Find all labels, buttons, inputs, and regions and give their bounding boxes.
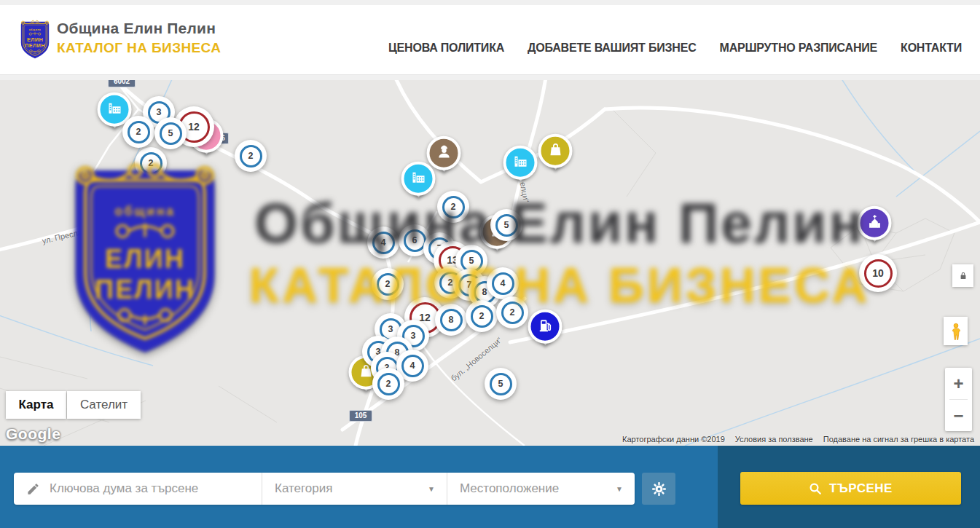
cluster-count: 3 [388, 324, 393, 334]
map-canvas[interactable]: 60021056 ул. Преславбул. „Новоселци“елци… [0, 80, 980, 446]
search-fields-group: Категория ▼ Местоположение ▼ [14, 473, 635, 505]
category-select-value: Категория [275, 481, 332, 496]
search-icon [809, 482, 822, 495]
keyword-section [14, 473, 262, 505]
cluster-count: 4 [410, 360, 415, 371]
advanced-search-button[interactable] [642, 473, 675, 505]
page: община ЕЛИН ПЕЛИН Община Елин Пелин КАТА… [0, 0, 980, 528]
svg-text:ПЕЛИН: ПЕЛИН [25, 42, 45, 49]
main-nav: ЦЕНОВА ПОЛИТИКА ДОБАВЕТЕ ВАШИЯТ БИЗНЕС М… [388, 42, 962, 55]
fuel-map-pin[interactable] [528, 310, 562, 344]
watermark-subtitle: КАТАЛОГ НА БИЗНЕСА [248, 256, 871, 313]
location-select-value: Местоположение [460, 481, 559, 496]
map-data-copyright: Картографски данни ©2019 [622, 435, 725, 444]
keyword-search-input[interactable] [50, 481, 262, 496]
cluster-count: 10 [872, 267, 884, 279]
location-select[interactable]: Местоположение ▼ [447, 473, 635, 505]
cluster-count: 2 [136, 127, 141, 137]
street-view-pegman[interactable] [944, 317, 968, 345]
cluster-marker[interactable]: 5 [154, 117, 187, 149]
cluster-count: 12 [188, 121, 200, 133]
lock-button[interactable] [952, 264, 973, 287]
cluster-marker[interactable]: 2 [122, 116, 154, 148]
pegman-icon [948, 321, 964, 342]
factory-icon [409, 168, 427, 189]
pencil-icon [26, 482, 40, 496]
nav-item-schedule[interactable]: МАРШРУТНО РАЗПИСАНИЕ [720, 42, 878, 55]
header: община ЕЛИН ПЕЛИН Община Елин Пелин КАТА… [0, 5, 980, 75]
svg-text:ЕЛИН: ЕЛИН [27, 36, 43, 43]
cluster-count: 3 [411, 331, 416, 341]
zoom-in-button[interactable]: + [945, 368, 972, 399]
report-error-link[interactable]: Подаване на сигнал за грешка в картата [823, 435, 974, 444]
nav-item-add-business[interactable]: ДОБАВЕТЕ ВАШИЯТ БИЗНЕС [528, 42, 696, 55]
search-submit-label: ТЪРСЕНЕ [829, 481, 893, 496]
svg-text:община: община [114, 204, 175, 218]
map-type-control: Карта Сателит [6, 391, 141, 419]
nav-item-contacts[interactable]: КОНТАКТИ [901, 42, 962, 55]
search-bar: Категория ▼ Местоположение ▼ [0, 446, 980, 528]
cluster-count: 2 [386, 379, 391, 389]
bag-icon [546, 141, 564, 161]
satellite-view-button[interactable]: Сателит [67, 391, 141, 419]
brand: Община Елин Пелин КАТАЛОГ НА БИЗНЕСА [57, 20, 221, 56]
factory-icon [106, 99, 123, 119]
map-attribution: Картографски данни ©2019 Условия за полз… [622, 435, 974, 444]
watermark-crest: община ЕЛИН ПЕЛИН [62, 159, 228, 364]
municipality-crest-logo: община ЕЛИН ПЕЛИН [18, 15, 52, 66]
cluster-count: 3 [157, 107, 162, 117]
cluster-count: 2 [248, 151, 254, 161]
road-number-badge: 105 [349, 410, 372, 422]
gear-icon [651, 481, 667, 497]
road-number-badge: 6002 [108, 80, 136, 87]
top-strip [0, 0, 980, 5]
cluster-marker[interactable]: 5 [485, 368, 517, 400]
factory-icon [511, 152, 529, 173]
site-title: Община Елин Пелин [57, 20, 221, 37]
chevron-down-icon: ▼ [428, 485, 435, 493]
cluster-count: 5 [498, 379, 503, 389]
site-subtitle: КАТАЛОГ НА БИЗНЕСА [57, 40, 221, 56]
nav-item-pricing[interactable]: ЦЕНОВА ПОЛИТИКА [388, 42, 504, 55]
chevron-down-icon: ▼ [616, 485, 623, 493]
search-submit-button[interactable]: ТЪРСЕНЕ [740, 472, 961, 505]
svg-text:ПЕЛИН: ПЕЛИН [95, 275, 195, 304]
svg-text:ЕЛИН: ЕЛИН [105, 244, 185, 274]
cluster-marker[interactable]: 2 [235, 140, 267, 172]
svg-text:община: община [29, 28, 42, 31]
fuel-icon [536, 316, 554, 336]
cluster-marker[interactable]: 2 [372, 368, 404, 400]
cluster-count: 5 [168, 128, 173, 138]
lock-icon [958, 271, 968, 281]
worker-icon [435, 143, 452, 163]
google-logo: Google [6, 425, 60, 443]
zoom-control: + − [945, 368, 972, 431]
zoom-out-button[interactable]: − [945, 400, 972, 431]
category-select[interactable]: Категория ▼ [262, 473, 447, 505]
map-view-button[interactable]: Карта [6, 391, 66, 419]
watermark-title: Община Елин Пелин [240, 191, 879, 256]
factory-map-pin[interactable] [503, 146, 538, 180]
cluster-count: 8 [449, 315, 454, 325]
terms-link[interactable]: Условия за ползване [735, 435, 813, 444]
bag-map-pin[interactable] [538, 134, 573, 168]
